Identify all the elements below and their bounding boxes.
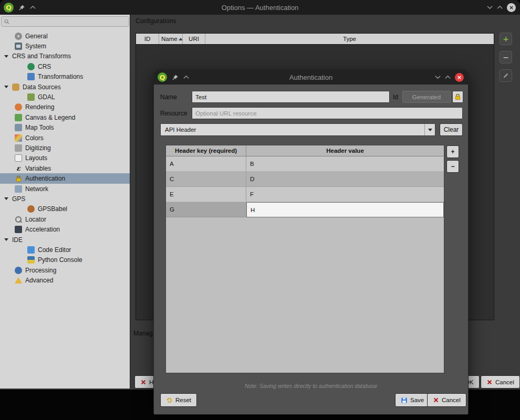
table-row[interactable]: E F <box>166 187 444 202</box>
value-cell[interactable]: B <box>246 156 444 172</box>
sidebar-item-layouts[interactable]: Layouts <box>0 153 130 163</box>
column-header-type[interactable]: Type <box>205 34 494 44</box>
sidebar-item-gpsbabel[interactable]: GPSBabel <box>0 204 130 214</box>
table-empty-area[interactable] <box>166 217 444 373</box>
plus-icon: + <box>451 148 454 155</box>
close-window-icon[interactable]: × <box>507 3 516 12</box>
key-cell[interactable]: G <box>166 202 246 217</box>
sidebar-item-advanced[interactable]: Advanced <box>0 275 130 285</box>
method-select[interactable]: API Header <box>160 123 435 136</box>
name-field[interactable] <box>192 91 390 103</box>
sidebar-item-acceleration[interactable]: Acceleration <box>0 224 130 234</box>
cancel-button-label: Cancel <box>442 397 461 403</box>
sidebar-item-crs[interactable]: CRS <box>0 61 130 71</box>
collapse-icon[interactable] <box>183 75 189 79</box>
value-cell[interactable]: F <box>246 187 444 202</box>
cancel-button-label: Cancel <box>495 379 514 385</box>
column-header-name[interactable]: Name <box>159 34 183 44</box>
key-cell[interactable]: A <box>166 156 246 172</box>
sidebar-item-label: Map Tools <box>25 124 54 131</box>
sidebar-item-map-tools[interactable]: Map Tools <box>0 123 130 133</box>
lock-button[interactable] <box>452 91 463 103</box>
save-button[interactable]: Save <box>395 393 430 407</box>
sidebar-item-label: CRS and Transforms <box>12 52 71 60</box>
combo-arrow-zone[interactable] <box>424 124 435 135</box>
edit-configuration-button[interactable] <box>500 69 512 82</box>
expander-icon[interactable] <box>4 86 8 88</box>
sidebar-item-crs-and-transforms[interactable]: CRS and Transforms <box>0 51 130 61</box>
sidebar-item-processing[interactable]: Processing <box>0 265 130 275</box>
pin-icon[interactable] <box>172 74 179 81</box>
table-row[interactable]: C D <box>166 172 444 187</box>
plus-icon: + <box>503 35 509 43</box>
id-generated-field: Generated <box>402 91 451 103</box>
close-dialog-icon[interactable]: × <box>455 73 464 82</box>
sidebar-item-ide[interactable]: IDE <box>0 235 130 245</box>
sidebar-item-code-editor[interactable]: Code Editor <box>0 245 130 255</box>
pin-icon[interactable] <box>18 4 25 11</box>
chevron-down-icon[interactable] <box>487 5 493 9</box>
table-row[interactable]: G H <box>166 202 444 217</box>
sidebar-item-label: Layouts <box>25 154 47 162</box>
collapse-icon[interactable] <box>30 5 36 9</box>
column-header-uri[interactable]: URI <box>183 34 205 44</box>
sidebar-item-label: GDAL <box>38 93 55 101</box>
sidebar-item-variables[interactable]: Variables <box>0 163 130 173</box>
sidebar-item-label: General <box>25 33 48 40</box>
system-icon <box>15 43 22 50</box>
header-table[interactable]: Header key (required) Header value A B C… <box>165 145 444 373</box>
sidebar-item-digitizing[interactable]: Digitizing <box>0 143 130 153</box>
globe-icon <box>27 63 35 70</box>
lock-icon <box>454 93 461 100</box>
sidebar-item-label: Colors <box>25 134 44 142</box>
key-cell[interactable]: C <box>166 172 246 187</box>
options-sidebar: General System CRS and Transforms CRS Tr… <box>0 15 130 388</box>
chevron-down-icon[interactable] <box>435 75 441 79</box>
options-titlebar: Q Options — Authentication × <box>0 0 520 15</box>
sidebar-item-data-sources[interactable]: Data Sources <box>0 82 130 92</box>
sidebar-item-label: Variables <box>25 165 51 172</box>
sidebar-item-authentication[interactable]: Authentication <box>0 173 130 183</box>
sidebar-item-general[interactable]: General <box>0 31 130 41</box>
dialog-title: Authentication <box>154 74 468 81</box>
add-configuration-button[interactable]: + <box>500 33 512 45</box>
column-header-key[interactable]: Header key (required) <box>166 145 246 156</box>
sidebar-item-colors[interactable]: Colors <box>0 133 130 143</box>
clear-button[interactable]: Clear <box>440 123 463 136</box>
expander-icon[interactable] <box>4 238 8 241</box>
expander-icon[interactable] <box>4 197 8 200</box>
expander-icon[interactable] <box>4 55 8 58</box>
sidebar-item-transformations[interactable]: Transformations <box>0 72 130 82</box>
chevron-up-icon[interactable] <box>497 5 503 9</box>
reset-button[interactable]: Reset <box>160 393 197 407</box>
sidebar-item-rendering[interactable]: Rendering <box>0 102 130 112</box>
add-row-button[interactable]: + <box>446 145 459 158</box>
layouts-icon <box>15 154 22 162</box>
key-cell[interactable]: E <box>166 187 246 202</box>
chevron-up-icon[interactable] <box>445 75 451 79</box>
sidebar-item-locator[interactable]: Locator <box>0 214 130 224</box>
sidebar-item-system[interactable]: System <box>0 41 130 51</box>
column-header-id[interactable]: ID <box>136 34 159 44</box>
remove-configuration-button[interactable]: − <box>500 51 512 64</box>
options-cancel-button[interactable]: Cancel <box>481 375 520 388</box>
resource-field[interactable] <box>192 107 463 119</box>
search-input[interactable] <box>12 18 126 25</box>
value-cell[interactable]: D <box>246 172 444 187</box>
sidebar-item-network[interactable]: Network <box>0 184 130 194</box>
sidebar-search[interactable] <box>1 16 129 27</box>
epsilon-icon <box>15 165 22 172</box>
id-generated-label: Generated <box>412 94 441 100</box>
configurations-title: Configurations <box>136 17 176 25</box>
remove-row-button[interactable]: − <box>446 160 459 173</box>
table-row[interactable]: A B <box>166 156 444 172</box>
sidebar-item-gdal[interactable]: GDAL <box>0 92 130 102</box>
reset-icon <box>166 397 173 404</box>
sidebar-item-gps[interactable]: GPS <box>0 194 130 204</box>
column-header-value[interactable]: Header value <box>246 145 444 156</box>
dialog-cancel-button[interactable]: Cancel <box>427 393 466 407</box>
sidebar-item-label: GPS <box>12 195 25 203</box>
value-cell-editing[interactable]: H <box>246 202 444 217</box>
sidebar-item-canvas-legend[interactable]: Canvas & Legend <box>0 112 130 122</box>
sidebar-item-python-console[interactable]: Python Console <box>0 255 130 265</box>
